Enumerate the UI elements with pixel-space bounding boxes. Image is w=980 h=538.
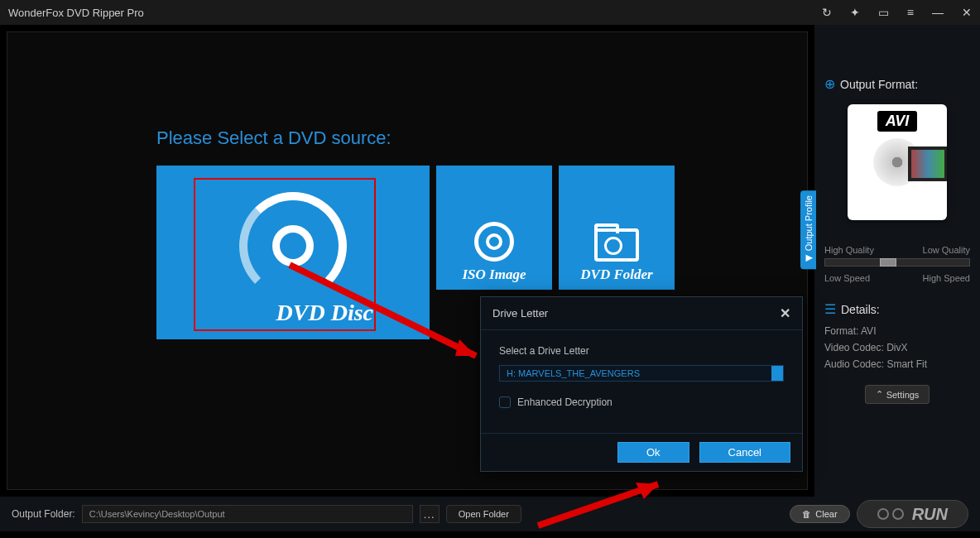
run-button[interactable]: RUN xyxy=(857,500,968,528)
detail-format: Format: AVI xyxy=(824,325,970,337)
drive-letter-dialog: Drive Letter ✕ Select a Drive Letter H: … xyxy=(480,296,803,472)
enhanced-decryption-checkbox[interactable] xyxy=(499,396,511,408)
details-label: Details: xyxy=(841,303,880,316)
settings-button[interactable]: ⌃ Settings xyxy=(865,385,930,404)
clear-button[interactable]: 🗑 Clear xyxy=(790,505,849,523)
output-format-label: Output Format: xyxy=(840,78,918,91)
chat-icon[interactable]: ▭ xyxy=(878,6,889,19)
browse-button[interactable]: ... xyxy=(420,505,440,523)
format-badge: AVI xyxy=(877,111,918,132)
folder-icon xyxy=(594,228,639,262)
globe-icon: ⊕ xyxy=(824,76,835,92)
detail-audio-codec: Audio Codec: Smart Fit xyxy=(824,358,970,370)
cancel-button[interactable]: Cancel xyxy=(699,442,790,463)
close-icon[interactable]: ✕ xyxy=(962,6,972,19)
enhanced-decryption-label: Enhanced Decryption xyxy=(517,396,612,408)
list-icon: ☰ xyxy=(824,301,836,317)
footer: Output Folder: ... Open Folder 🗑 Clear R… xyxy=(0,497,980,531)
open-folder-button[interactable]: Open Folder xyxy=(446,505,521,523)
high-quality-label: High Quality xyxy=(824,245,874,255)
menu-icon[interactable]: ≡ xyxy=(907,6,914,19)
format-disc-icon xyxy=(873,138,921,186)
output-profile-tab[interactable]: ◀ Output Profile xyxy=(800,190,816,269)
low-quality-label: Low Quality xyxy=(923,245,970,255)
dialog-close-icon[interactable]: ✕ xyxy=(780,305,790,321)
folder-label: DVD Folder xyxy=(580,267,652,283)
refresh-icon[interactable]: ↻ xyxy=(822,6,832,19)
dvd-disc-label: DVD Disc xyxy=(276,300,373,326)
dialog-title: Drive Letter xyxy=(492,307,780,319)
ok-button[interactable]: Ok xyxy=(617,442,689,463)
minimize-icon[interactable]: — xyxy=(932,6,944,19)
low-speed-label: Low Speed xyxy=(824,273,870,283)
sidebar: ⊕ Output Format: AVI High Quality Low Qu… xyxy=(814,25,980,497)
format-card[interactable]: AVI xyxy=(848,104,947,220)
iso-label: ISO Image xyxy=(463,267,526,283)
iso-icon xyxy=(474,222,514,262)
disc-icon xyxy=(239,192,347,300)
drive-select[interactable]: H: MARVELS_THE_AVENGERS xyxy=(499,365,784,382)
star-icon[interactable]: ✦ xyxy=(850,6,860,19)
titlebar: WonderFox DVD Ripper Pro ↻ ✦ ▭ ≡ — ✕ xyxy=(0,0,980,25)
dvd-folder-tile[interactable]: DVD Folder xyxy=(559,166,675,290)
quality-slider[interactable] xyxy=(824,258,970,267)
high-speed-label: High Speed xyxy=(923,273,971,283)
source-prompt: Please Select a DVD source: xyxy=(156,127,790,149)
detail-video-codec: Video Codec: DivX xyxy=(824,342,970,353)
chevron-up-icon: ⌃ xyxy=(876,389,883,400)
iso-image-tile[interactable]: ISO Image xyxy=(436,166,552,290)
dvd-disc-tile[interactable]: DVD Disc xyxy=(156,166,430,339)
select-drive-label: Select a Drive Letter xyxy=(499,345,784,357)
output-path-input[interactable] xyxy=(82,505,413,523)
trash-icon: 🗑 xyxy=(802,509,811,519)
output-folder-label: Output Folder: xyxy=(12,508,75,520)
app-title: WonderFox DVD Ripper Pro xyxy=(8,7,822,19)
